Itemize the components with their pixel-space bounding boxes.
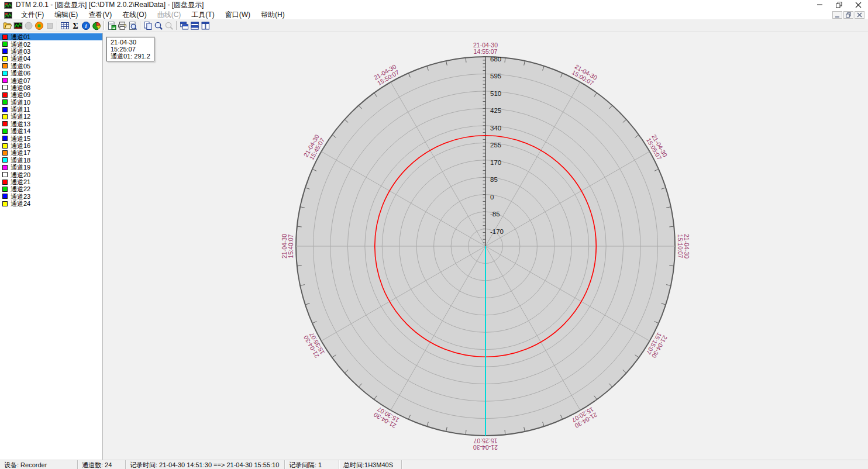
- channel-item-7[interactable]: 通道07: [0, 77, 102, 84]
- menu-item-7[interactable]: 窗口(W): [220, 10, 256, 20]
- tooltip-date: 21-04-30: [111, 39, 150, 46]
- channel-label: 通道23: [11, 193, 30, 200]
- open-file-icon[interactable]: [2, 20, 13, 31]
- title-bar: DTM 2.0.1 - [圆盘显示] [C:\DTM 2.0.2\RealDat…: [0, 0, 868, 10]
- value-tick-label: 340: [490, 125, 501, 132]
- channel-label: 通道09: [11, 91, 30, 98]
- channel-item-18[interactable]: 通道18: [0, 157, 102, 164]
- info-icon[interactable]: i: [81, 20, 91, 31]
- menu-item-1[interactable]: 文件(F): [16, 10, 49, 20]
- menu-item-3[interactable]: 查看(V): [83, 10, 117, 20]
- channel-color-swatch: [2, 180, 8, 185]
- disc-chart[interactable]: 680595510425340255170850-85-17021-04-301…: [104, 33, 868, 460]
- time-label: 21-04-3014:55:07: [473, 42, 498, 55]
- channel-item-10[interactable]: 通道10: [0, 99, 102, 106]
- channel-label: 通道18: [11, 157, 30, 164]
- channel-item-2[interactable]: 通道02: [0, 40, 102, 47]
- value-tick-label: 510: [490, 90, 501, 97]
- channel-item-4[interactable]: 通道04: [0, 55, 102, 62]
- channel-color-swatch: [2, 78, 8, 83]
- channel-item-5[interactable]: 通道05: [0, 63, 102, 70]
- channel-item-21[interactable]: 通道21: [0, 178, 102, 185]
- channel-item-22[interactable]: 通道22: [0, 185, 102, 192]
- copy-icon[interactable]: [143, 20, 153, 31]
- sum-icon[interactable]: Σ: [70, 20, 81, 31]
- value-tick-label: 425: [490, 107, 501, 114]
- status-filler: [402, 460, 868, 469]
- preview-icon[interactable]: [128, 20, 138, 31]
- channel-color-swatch: [2, 194, 8, 199]
- menu-item-6[interactable]: 工具(T): [186, 10, 219, 20]
- channel-label: 通道08: [11, 84, 30, 91]
- graph-icon[interactable]: [13, 20, 23, 31]
- channel-color-swatch: [2, 165, 8, 170]
- menu-item-8[interactable]: 帮助(H): [256, 10, 290, 20]
- channel-color-swatch: [2, 136, 8, 141]
- status-section-4: 记录间隔: 1: [285, 460, 339, 469]
- channel-item-14[interactable]: 通道14: [0, 127, 102, 135]
- channel-item-15[interactable]: 通道15: [0, 135, 102, 142]
- menu-bar: 文件(F)编辑(E)查看(V)在线(O)曲线(C)工具(T)窗口(W)帮助(H): [0, 10, 868, 19]
- tile-horizontal-icon[interactable]: [190, 20, 200, 31]
- channel-label: 通道21: [11, 178, 30, 185]
- app-window: { "window": { "title": "DTM 2.0.1 - [圆盘显…: [0, 0, 868, 469]
- channel-item-13[interactable]: 通道13: [0, 120, 102, 127]
- svg-text:i: i: [85, 23, 87, 29]
- tooltip-channel-value: 通道01: 291.2: [111, 53, 150, 60]
- toolbar-separator: [176, 21, 177, 30]
- channel-item-17[interactable]: 通道17: [0, 149, 102, 156]
- mdi-child-icon[interactable]: [4, 12, 12, 19]
- value-tick-label: 0: [490, 194, 494, 201]
- value-tooltip: 21-04-30 15:25:07 通道01: 291.2: [106, 37, 154, 61]
- channel-item-9[interactable]: 通道09: [0, 91, 102, 98]
- pie-chart-icon[interactable]: [91, 20, 102, 31]
- channel-item-19[interactable]: 通道19: [0, 164, 102, 171]
- svg-text:15:10:07: 15:10:07: [677, 235, 684, 258]
- channel-label: 通道16: [11, 142, 30, 149]
- toolbar-separator: [104, 21, 105, 30]
- mdi-minimize-button[interactable]: [832, 11, 842, 19]
- export-icon[interactable]: [106, 20, 117, 31]
- table-icon[interactable]: [60, 20, 70, 31]
- channel-label: 通道05: [11, 63, 30, 70]
- minimize-button[interactable]: [810, 0, 829, 10]
- channel-label: 通道04: [11, 55, 30, 62]
- channel-item-11[interactable]: 通道11: [0, 106, 102, 113]
- channel-item-23[interactable]: 通道23: [0, 193, 102, 200]
- value-tick-label: -85: [490, 211, 500, 218]
- zoom-icon[interactable]: [153, 20, 164, 31]
- channel-color-swatch: [2, 63, 8, 68]
- channel-color-swatch: [2, 143, 8, 149]
- channel-item-1[interactable]: 通道01: [0, 33, 102, 40]
- window-controls: [810, 0, 868, 10]
- restore-button[interactable]: [829, 0, 849, 10]
- channel-item-12[interactable]: 通道12: [0, 113, 102, 120]
- channel-label: 通道15: [11, 135, 30, 142]
- status-section-1: 设备: Recorder: [0, 460, 78, 469]
- channel-item-6[interactable]: 通道06: [0, 70, 102, 77]
- channel-color-swatch: [2, 172, 8, 177]
- menu-item-4[interactable]: 在线(O): [117, 10, 151, 20]
- print-icon[interactable]: [117, 20, 128, 31]
- channel-color-swatch: [2, 42, 8, 47]
- channel-color-swatch: [2, 92, 8, 98]
- close-button[interactable]: [849, 0, 868, 10]
- value-tick-label: 85: [490, 176, 498, 183]
- channel-color-swatch: [2, 85, 8, 90]
- channel-label: 通道06: [11, 70, 30, 77]
- channel-item-24[interactable]: 通道24: [0, 200, 102, 207]
- channel-item-20[interactable]: 通道20: [0, 171, 102, 178]
- status-section-3: 记录时间: 21-04-30 14:51:30 ==> 21-04-30 15:…: [126, 460, 285, 469]
- tile-vertical-icon[interactable]: [200, 20, 211, 31]
- mdi-restore-button[interactable]: [843, 11, 853, 19]
- menu-item-2[interactable]: 编辑(E): [49, 10, 83, 20]
- channel-item-16[interactable]: 通道16: [0, 142, 102, 149]
- mdi-close-button[interactable]: [855, 11, 864, 19]
- record-icon[interactable]: [34, 20, 44, 31]
- toolbar: Σi: [0, 19, 868, 32]
- channel-item-3[interactable]: 通道03: [0, 48, 102, 55]
- svg-text:Σ: Σ: [73, 22, 78, 30]
- channel-item-8[interactable]: 通道08: [0, 84, 102, 91]
- cascade-icon[interactable]: [179, 20, 190, 31]
- channel-label: 通道14: [11, 127, 30, 135]
